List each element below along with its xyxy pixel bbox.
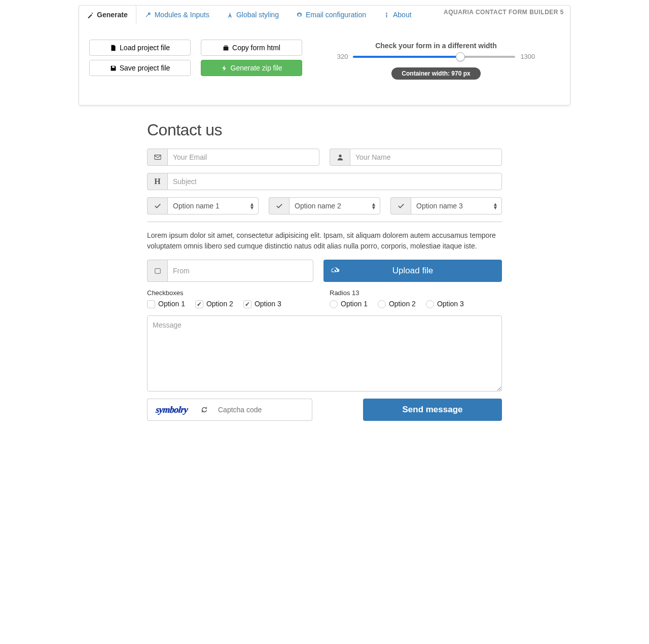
subject-input[interactable]: [167, 173, 502, 190]
svg-point-0: [386, 13, 387, 14]
date-group: [147, 260, 313, 282]
checkboxes-label: Checkboxes: [147, 289, 319, 297]
form-preview: Contact us H Option name 1 ▲▼: [147, 121, 502, 421]
envelope-icon: [154, 154, 161, 161]
copy-icon: [223, 45, 229, 51]
upload-file-button[interactable]: Upload file: [323, 260, 502, 282]
tab-generate[interactable]: Generate: [79, 5, 136, 24]
svg-rect-2: [154, 155, 160, 160]
email-input[interactable]: [167, 149, 319, 166]
slider-title: Check your form in a different width: [312, 42, 560, 50]
tab-styling[interactable]: Global styling: [218, 5, 287, 24]
slider-max: 1300: [520, 53, 535, 60]
check-icon: [276, 202, 283, 209]
svg-rect-4: [155, 269, 160, 274]
info-icon: [383, 12, 390, 18]
gear-icon: [296, 12, 303, 18]
name-input[interactable]: [350, 149, 502, 166]
radio-option-1[interactable]: Option 1: [330, 300, 368, 308]
magic-icon: [87, 12, 94, 18]
tab-email[interactable]: Email configuration: [287, 5, 375, 24]
checkbox-option-1[interactable]: Option 1: [147, 300, 185, 308]
send-message-button[interactable]: Send message: [363, 399, 502, 421]
captcha-refresh-button[interactable]: [196, 399, 213, 421]
copy-html-button[interactable]: Copy form html: [201, 40, 302, 56]
save-icon: [110, 65, 117, 71]
builder-panel: AQUARIA CONTACT FORM BUILDER 5 Generate …: [79, 5, 570, 105]
calendar-icon: [154, 267, 161, 274]
wrench-icon: [145, 12, 152, 18]
load-project-button[interactable]: Load project file: [89, 40, 191, 56]
width-badge: Container width: 970 px: [391, 67, 480, 80]
cloud-upload-icon: [331, 266, 340, 275]
captcha-image: symbolry: [147, 399, 196, 421]
brand-label: AQUARIA CONTACT FORM BUILDER 5: [444, 9, 564, 16]
captcha-input[interactable]: [213, 399, 312, 421]
description-text: Lorem ipsum dolor sit amet, consectetur …: [147, 230, 502, 252]
file-icon: [110, 45, 117, 51]
checkbox-option-2[interactable]: Option 2: [195, 300, 233, 308]
from-date-input[interactable]: [167, 260, 313, 282]
divider: [147, 222, 502, 222]
select-2[interactable]: Option name 2: [289, 197, 380, 214]
select-1[interactable]: Option name 1: [167, 197, 259, 214]
select-3[interactable]: Option name 3: [411, 197, 502, 214]
check-icon: [398, 202, 405, 209]
font-icon: [227, 12, 233, 18]
check-icon: [154, 202, 161, 209]
refresh-icon: [201, 406, 208, 413]
radio-option-2[interactable]: Option 2: [378, 300, 416, 308]
slider-thumb[interactable]: [456, 52, 465, 61]
form-heading: Contact us: [147, 121, 502, 139]
heading-icon: H: [154, 177, 160, 186]
subject-group: H: [147, 173, 502, 190]
radios-label: Radios 13: [330, 289, 502, 297]
checkbox-option-3[interactable]: Option 3: [243, 300, 281, 308]
tab-about[interactable]: About: [375, 5, 420, 24]
svg-point-3: [339, 155, 341, 157]
bolt-icon: [221, 65, 228, 71]
user-icon: [337, 154, 344, 161]
tab-modules[interactable]: Modules & Inputs: [136, 5, 218, 24]
save-project-button[interactable]: Save project file: [89, 60, 191, 76]
svg-rect-1: [386, 14, 387, 17]
slider-min: 320: [337, 53, 348, 60]
generate-zip-button[interactable]: Generate zip file: [201, 60, 302, 76]
email-group: [147, 149, 319, 166]
radio-option-3[interactable]: Option 3: [426, 300, 464, 308]
message-textarea[interactable]: [147, 315, 502, 391]
width-slider[interactable]: [353, 56, 515, 58]
name-group: [330, 149, 502, 166]
